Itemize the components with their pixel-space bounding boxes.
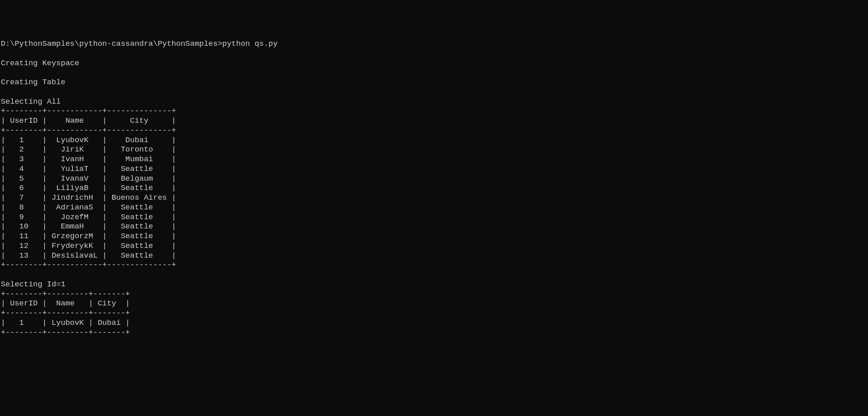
output-line-selectall: Selecting All [1,97,61,106]
table2: +--------+---------+-------+ | UserID | … [1,290,130,337]
terminal-output[interactable]: D:\PythonSamples\python-cassandra\Python… [0,39,868,337]
output-line-selectid: Selecting Id=1 [1,280,66,289]
output-line-keyspace: Creating Keyspace [1,59,79,68]
table1: +--------+------------+--------------+ |… [1,107,176,269]
prompt-line: D:\PythonSamples\python-cassandra\Python… [1,39,278,48]
output-line-table: Creating Table [1,78,66,87]
